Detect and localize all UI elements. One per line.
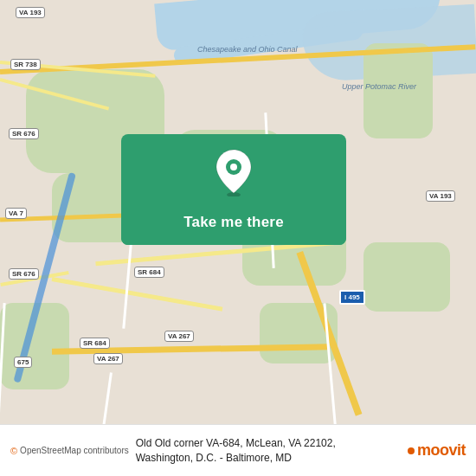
label-va267b: VA 267 — [93, 353, 123, 364]
address-line1: Old Old corner VA-684, McLean, VA 22102, — [136, 437, 336, 449]
osm-attribution: © OpenStreetMap contributors — [10, 446, 129, 456]
label-675: 675 — [14, 357, 32, 368]
label-sr738: SR 738 — [10, 59, 41, 70]
take-me-there-button[interactable]: Take me there — [121, 205, 346, 245]
moovit-dot — [408, 447, 415, 454]
address-line2: Washington, D.C. - Baltimore, MD — [136, 452, 292, 464]
label-sr676-mid: SR 676 — [9, 128, 39, 139]
moovit-logo: moovit — [408, 441, 466, 460]
river-label: Upper Potomac River — [342, 82, 416, 91]
map-container: Chesapeake and Ohio Canal Upper Potomac … — [0, 0, 476, 424]
label-i495: I 495 — [339, 290, 365, 305]
label-sr684-bot: SR 684 — [80, 338, 110, 349]
label-va7: VA 7 — [5, 208, 27, 219]
moovit-text: moovit — [417, 441, 466, 460]
popup-card: Take me there — [121, 134, 346, 245]
label-va267: VA 267 — [164, 331, 194, 342]
svg-point-2 — [230, 164, 237, 170]
canal-label: Chesapeake and Ohio Canal — [197, 45, 298, 54]
label-va193-top: VA 193 — [16, 7, 45, 18]
address-text: Old Old corner VA-684, McLean, VA 22102,… — [136, 436, 408, 466]
label-sr684-mid: SR 684 — [134, 267, 164, 278]
popup-icon-area — [121, 134, 346, 205]
label-va193-right: VA 193 — [426, 190, 455, 202]
map-pin-icon — [211, 150, 256, 195]
copyright-symbol: © — [10, 446, 17, 456]
park-area-6 — [363, 242, 450, 312]
label-sr676-bot: SR 676 — [9, 268, 39, 280]
park-area-5 — [363, 43, 433, 138]
bottom-bar: © OpenStreetMap contributors Old Old cor… — [0, 424, 476, 476]
osm-label: OpenStreetMap contributors — [20, 446, 129, 455]
